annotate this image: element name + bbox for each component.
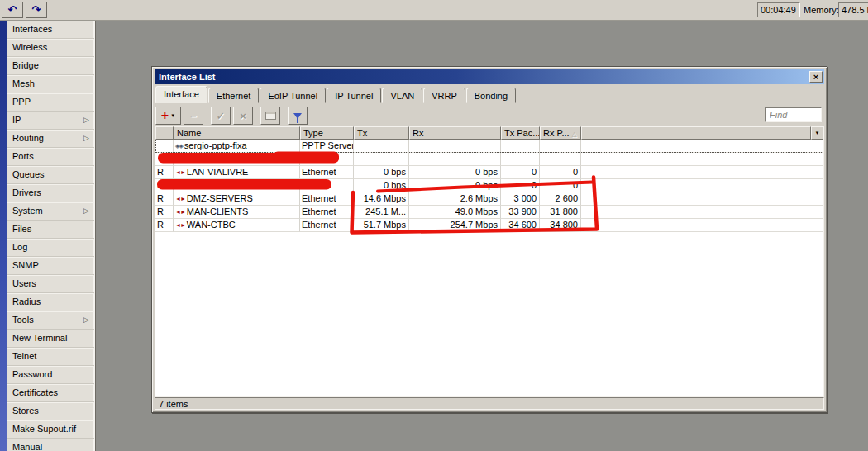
remove-button[interactable]: −	[184, 107, 203, 125]
remove-icon: −	[190, 110, 197, 122]
sidebar-item-mesh[interactable]: Mesh	[7, 75, 94, 93]
sidebar-item-queues[interactable]: Queues	[7, 166, 94, 184]
sidebar-item-ip[interactable]: IP ▷	[7, 112, 94, 130]
memory-box: 478.5 MiB	[838, 2, 868, 17]
tab-vlan[interactable]: VLAN	[382, 88, 422, 103]
sidebar-item-users[interactable]: Users	[7, 275, 94, 293]
sidebar-item-label: Users	[12, 278, 36, 288]
undo-button[interactable]: ↶	[2, 2, 23, 18]
cell-rx: 0 bps	[409, 166, 501, 179]
sidebar-item-label: Manual	[12, 442, 42, 451]
cell-name: ◄►MAN-CLIENTS	[174, 206, 300, 219]
table-row-dmz-servers[interactable]: R ◄►DMZ-SERVERS Ethernet 14.6 Mbps 2.6 M…	[155, 192, 823, 206]
sidebar-item-system[interactable]: System ▷	[7, 202, 94, 221]
column-header-tx-pac[interactable]: Tx Pac...	[501, 126, 540, 140]
memory-value: 478.5 MiB	[842, 5, 868, 15]
column-header-type[interactable]: Type	[300, 126, 354, 140]
submenu-arrow-icon: ▷	[83, 130, 89, 147]
close-button[interactable]: ×	[809, 71, 823, 83]
cell-flag: R	[155, 179, 174, 192]
cell-tx: 0 bps	[354, 179, 409, 192]
sidebar-item-snmp[interactable]: SNMP	[7, 257, 94, 275]
cell-filler	[581, 192, 823, 206]
tab-interface[interactable]: Interface	[155, 86, 207, 103]
interface-name: sergio-pptp-fixa	[184, 140, 247, 150]
submenu-arrow-icon: ▷	[83, 202, 89, 220]
comment-card-icon	[265, 112, 276, 120]
tab-vrrp[interactable]: VRRP	[423, 88, 465, 103]
sidebar-item-password[interactable]: Password	[7, 366, 94, 384]
sidebar-item-ports[interactable]: Ports	[7, 148, 94, 166]
cell-tx-packets: 0	[501, 166, 540, 179]
sidebar-item-files[interactable]: Files	[7, 221, 94, 239]
table-row-sergio-pptp-fixa[interactable]: ◈◈sergio-pptp-fixa PPTP Server	[155, 140, 823, 153]
cell-filler	[581, 179, 823, 192]
table-row-lan-vialivre[interactable]: R ◄►LAN-VIALIVRE Ethernet 0 bps 0 bps 0 …	[155, 166, 823, 179]
sidebar-item-wireless[interactable]: Wireless	[7, 39, 94, 57]
table-row-wan-ctbc[interactable]: R ◄►WAN-CTBC Ethernet 51.7 Mbps 254.7 Mb…	[155, 219, 823, 232]
cell-filler	[581, 206, 823, 219]
column-header-rx-p[interactable]: Rx P...△	[540, 126, 581, 140]
redo-button[interactable]: ↷	[26, 2, 47, 18]
comment-button[interactable]	[260, 107, 280, 125]
sidebar-item-bridge[interactable]: Bridge	[7, 57, 94, 75]
sidebar-item-routing[interactable]: Routing ▷	[7, 130, 94, 148]
find-input[interactable]	[765, 107, 822, 122]
column-header-tx[interactable]: Tx	[354, 126, 409, 140]
tab-bonding[interactable]: Bonding	[466, 88, 516, 103]
top-toolbar: ↶ ↷ 00:04:49 Memory: 478.5 MiB	[0, 0, 868, 21]
sidebar-item-make-supout-rif[interactable]: Make Supout.rif	[7, 420, 94, 439]
disable-button[interactable]: ×	[233, 107, 253, 125]
table-header-row: NameTypeTxRxTx Pac...Rx P...△▼	[155, 126, 823, 140]
chevron-down-icon: ▼	[170, 113, 175, 118]
cell-rx	[409, 140, 501, 153]
table-row-redacted[interactable]	[155, 153, 823, 166]
redo-icon: ↷	[32, 3, 41, 16]
memory-label: Memory:	[804, 5, 839, 15]
cell-flag: R	[155, 219, 174, 232]
close-icon: ×	[813, 72, 818, 82]
enable-check-icon: ✓	[217, 110, 226, 122]
cell-tx	[354, 140, 409, 153]
enable-button[interactable]: ✓	[211, 107, 231, 125]
column-header-rx[interactable]: Rx	[409, 126, 501, 140]
sidebar-item-radius[interactable]: Radius	[7, 293, 94, 311]
sidebar-item-label: Log	[12, 242, 27, 252]
sidebar-item-certificates[interactable]: Certificates	[7, 384, 94, 402]
sidebar-item-ppp[interactable]: PPP	[7, 93, 94, 112]
tab-ethernet[interactable]: Ethernet	[208, 88, 260, 103]
cell-rx-packets	[540, 153, 581, 166]
sidebar: Interfaces Wireless Bridge Mesh PPP IP ▷…	[0, 21, 96, 451]
sidebar-item-label: Stores	[12, 406, 39, 415]
cell-name: ◈◈sergio-pptp-fixa	[174, 140, 300, 153]
sidebar-item-label: Telnet	[12, 351, 36, 361]
add-button[interactable]: + ▼	[155, 107, 181, 125]
sidebar-item-stores[interactable]: Stores	[7, 402, 94, 420]
cell-rx-packets: 0	[540, 166, 581, 179]
cell-rx-packets: 2 600	[540, 192, 581, 206]
column-header-name[interactable]: Name	[174, 126, 300, 140]
sidebar-item-log[interactable]: Log	[7, 239, 94, 257]
table-row-man-clients[interactable]: R ◄►MAN-CLIENTS Ethernet 245.1 M... 49.0…	[155, 206, 823, 219]
column-header-flags[interactable]	[155, 126, 174, 140]
sidebar-item-manual[interactable]: Manual	[7, 439, 94, 451]
cell-name	[174, 179, 300, 192]
cell-tx-packets: 34 600	[501, 219, 540, 232]
sidebar-item-interfaces[interactable]: Interfaces	[7, 21, 94, 39]
interface-name: LAN-VIALIVRE	[187, 167, 249, 177]
tab-ip-tunnel[interactable]: IP Tunnel	[327, 88, 381, 103]
sidebar-item-new-terminal[interactable]: New Terminal	[7, 330, 94, 348]
sidebar-item-label: New Terminal	[12, 333, 67, 343]
cell-tx: 14.6 Mbps	[354, 192, 409, 206]
filter-button[interactable]	[288, 107, 308, 125]
table-row-redacted[interactable]: R 0 bps 0 bps 0 0	[155, 179, 823, 192]
sidebar-item-drivers[interactable]: Drivers	[7, 184, 94, 202]
tab-eoip-tunnel[interactable]: EoIP Tunnel	[260, 88, 326, 103]
interface-name: DMZ-SERVERS	[187, 193, 253, 203]
column-select-dropdown[interactable]: ▼	[811, 126, 823, 140]
sidebar-item-label: Wireless	[12, 42, 47, 52]
sidebar-item-label: Routing	[12, 133, 44, 143]
sidebar-item-tools[interactable]: Tools ▷	[7, 311, 94, 330]
sidebar-item-telnet[interactable]: Telnet	[7, 348, 94, 366]
window-titlebar[interactable]: Interface List ×	[155, 69, 824, 84]
